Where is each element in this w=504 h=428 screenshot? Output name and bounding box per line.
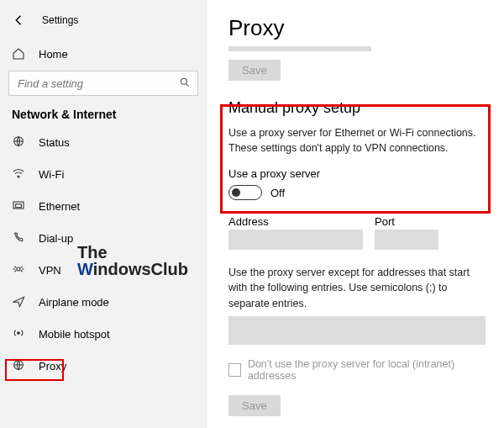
dialup-icon xyxy=(12,230,25,246)
sidebar-item-dialup[interactable]: Dial-up xyxy=(0,222,207,254)
sidebar-item-label: VPN xyxy=(39,264,61,277)
sidebar-item-ethernet[interactable]: Ethernet xyxy=(0,190,207,222)
back-button[interactable] xyxy=(12,13,27,28)
svg-rect-6 xyxy=(16,203,22,207)
proxy-icon xyxy=(12,358,25,374)
toggle-state-text: Off xyxy=(270,187,285,199)
manual-proxy-description: Use a proxy server for Ethernet or Wi-Fi… xyxy=(228,125,486,156)
sidebar-section-title: Network & Internet xyxy=(0,96,207,126)
vpn-icon xyxy=(12,262,25,278)
ethernet-icon xyxy=(12,198,25,214)
sidebar-item-home[interactable]: Home xyxy=(0,39,207,69)
port-label: Port xyxy=(375,215,438,228)
sidebar-item-label: Proxy xyxy=(39,360,66,373)
main-pane: Proxy Save Manual proxy setup Use a prox… xyxy=(207,0,504,428)
svg-point-7 xyxy=(17,267,20,271)
use-proxy-label: Use a proxy server xyxy=(228,167,486,180)
settings-sidebar: Settings Home Network & Internet Status xyxy=(0,0,207,428)
use-proxy-toggle[interactable] xyxy=(228,185,262,200)
status-icon xyxy=(12,135,25,151)
search-input-wrap[interactable] xyxy=(8,71,198,96)
airplane-icon xyxy=(12,294,25,310)
sidebar-item-label: Wi-Fi xyxy=(39,168,64,181)
svg-point-8 xyxy=(18,331,20,334)
hotspot-icon xyxy=(12,326,25,342)
address-label: Address xyxy=(228,215,363,228)
sidebar-item-vpn[interactable]: VPN xyxy=(0,254,207,286)
wifi-icon xyxy=(12,166,25,182)
window-title: Settings xyxy=(42,14,78,26)
sidebar-item-proxy[interactable]: Proxy xyxy=(0,350,207,382)
sidebar-item-status[interactable]: Status xyxy=(0,126,207,158)
local-intranet-checkbox[interactable] xyxy=(228,363,241,377)
disabled-field xyxy=(228,46,371,51)
search-icon xyxy=(179,77,191,91)
exceptions-input[interactable] xyxy=(228,316,486,345)
save-button-bottom[interactable]: Save xyxy=(228,395,281,416)
page-title: Proxy xyxy=(228,15,486,41)
sidebar-item-hotspot[interactable]: Mobile hotspot xyxy=(0,318,207,350)
address-input[interactable] xyxy=(228,230,363,250)
sidebar-item-label: Ethernet xyxy=(39,200,80,213)
sidebar-item-label: Status xyxy=(39,136,70,149)
port-input[interactable] xyxy=(375,230,438,250)
sidebar-item-label: Dial-up xyxy=(39,232,73,245)
exceptions-description: Use the proxy server except for addresse… xyxy=(228,265,486,310)
search-input[interactable] xyxy=(16,77,179,91)
titlebar: Settings xyxy=(0,7,207,34)
sidebar-item-label: Home xyxy=(39,48,68,61)
save-button[interactable]: Save xyxy=(228,60,281,81)
local-intranet-label: Don't use the proxy server for local (in… xyxy=(248,358,486,382)
manual-proxy-heading: Manual proxy setup xyxy=(228,99,486,117)
sidebar-item-label: Airplane mode xyxy=(39,296,109,309)
sidebar-item-label: Mobile hotspot xyxy=(39,328,110,341)
sidebar-item-wifi[interactable]: Wi-Fi xyxy=(0,158,207,190)
sidebar-item-airplane[interactable]: Airplane mode xyxy=(0,286,207,318)
svg-point-4 xyxy=(18,176,19,177)
svg-line-1 xyxy=(186,83,189,86)
home-icon xyxy=(12,47,25,61)
svg-point-0 xyxy=(181,78,186,84)
